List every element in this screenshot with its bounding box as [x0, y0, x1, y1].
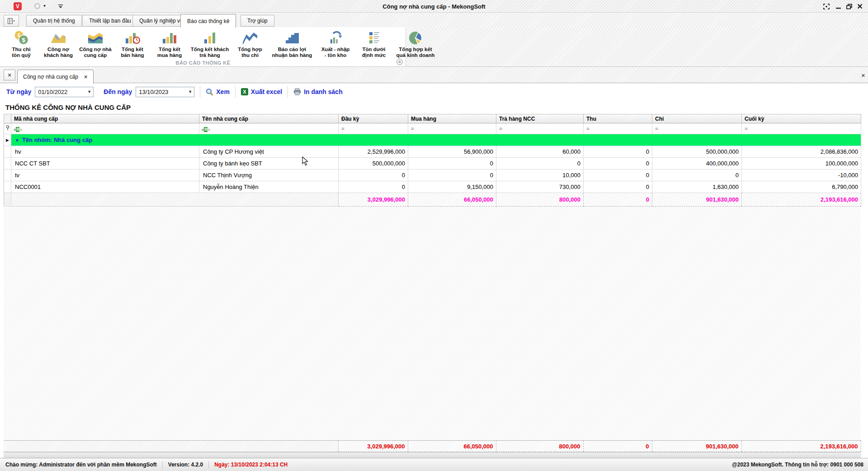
ribbon-button-xuat-nhap-ton-kho[interactable]: Xuất - nhập- tồn kho [316, 28, 355, 59]
row-gutter[interactable] [4, 158, 11, 170]
filter-cell-mua-hang[interactable]: = [408, 123, 496, 134]
cell-cuoi-ky[interactable]: -10,000 [742, 170, 861, 181]
cell-ma-ncc[interactable]: NCC CT SBT [11, 158, 199, 170]
ribbon-collapse-button[interactable]: « [396, 59, 403, 65]
row-gutter[interactable] [4, 181, 11, 193]
bars3-icon [202, 30, 218, 46]
status-version: Version: 4.2.0 [168, 462, 203, 468]
ribbon-button-tong-ket-khach-tra-hang[interactable]: Tổng kết kháchtrả hàng [188, 28, 231, 59]
table-row[interactable]: NCC CT SBT Công ty bánh kẹo SBT 500,000,… [4, 158, 861, 170]
filter-cell-tra-hang[interactable]: = [496, 123, 584, 134]
ribbon-button-thu-chi-ton-quy[interactable]: € $ Thu chitồn quỹ [3, 28, 40, 59]
ribbon-button-ket-qua-kinh-doanh[interactable]: Tổng hợp kếtquả kinh doanh [392, 28, 439, 59]
cell-tra-hang[interactable]: 0 [496, 158, 584, 170]
cell-chi[interactable]: 500,000,000 [652, 146, 742, 158]
minimize-button[interactable] [834, 2, 843, 10]
table-row[interactable]: tv NCC Thịnh Vượng 0 0 10,000 0 0 -10,00… [4, 170, 861, 181]
ribbon-button-tong-ket-ban-hang[interactable]: Tổng kếtbán hàng [114, 28, 151, 59]
chevron-down-icon[interactable]: ▼ [186, 89, 194, 94]
ribbon-button-tong-hop-thu-chi[interactable]: Tổng hợpthu chi [231, 28, 269, 59]
to-date-input[interactable]: 13/10/2023 ▼ [136, 87, 194, 97]
cell-ten-ncc[interactable]: Nguyễn Hoàng Thiện [199, 181, 339, 193]
cell-thu[interactable]: 0 [584, 181, 652, 193]
close-button[interactable] [855, 2, 864, 10]
abc-filter-icon: aBc [14, 127, 22, 132]
doc-tab-cong-no-nha-cung-cap[interactable]: Công nợ nhà cung cấp ✕ [17, 70, 94, 84]
col-header-thu[interactable]: Thu [584, 114, 652, 123]
tab-thiet-lap-ban-dau[interactable]: Thiết lập ban đầu [82, 15, 138, 27]
close-all-tabs-button[interactable]: ✕ [4, 70, 15, 80]
cell-chi[interactable]: 400,000,000 [652, 158, 742, 170]
ribbon-button-ton-duoi-dinh-muc[interactable]: Tồn dướiđịnh mức [355, 28, 392, 59]
close-document-button[interactable]: ✕ [861, 71, 865, 79]
chevron-down-icon[interactable]: ▼ [85, 89, 93, 94]
cell-tra-hang[interactable]: 10,000 [496, 170, 584, 181]
view-button[interactable]: Xem [206, 88, 230, 96]
cell-ten-ncc[interactable]: NCC Thịnh Vượng [199, 170, 339, 181]
cell-chi[interactable]: 0 [652, 170, 742, 181]
row-gutter[interactable] [4, 146, 11, 158]
cell-cuoi-ky[interactable]: 6,790,000 [742, 181, 861, 193]
cell-ma-ncc[interactable]: NCC0001 [11, 181, 199, 193]
group-row[interactable]: ▶ ▼Tên nhóm: Nhà cung cấp [4, 134, 861, 146]
ribbon-button-cong-no-khach-hang[interactable]: Công nợkhách hàng [40, 28, 77, 59]
filter-cell-dau-ky[interactable]: = [339, 123, 408, 134]
tab-bao-cao-thong-ke[interactable]: Báo cáo thống kê [180, 14, 236, 28]
table-row[interactable]: hv Công ty CP Hương việt 2,529,996,000 5… [4, 146, 861, 158]
cell-tra-hang[interactable]: 60,000 [496, 146, 584, 158]
cell-ma-ncc[interactable]: tv [11, 170, 199, 181]
cell-ten-ncc[interactable]: Công ty CP Hương việt [199, 146, 339, 158]
cell-thu[interactable]: 0 [584, 158, 652, 170]
tab-quan-tri-he-thong[interactable]: Quản trị hệ thống [26, 15, 82, 27]
col-header-mua-hang[interactable]: Mua hàng [408, 114, 496, 123]
from-date-input[interactable]: 01/10/2022 ▼ [35, 87, 94, 97]
tab-tro-giup[interactable]: Trợ giúp [241, 15, 274, 27]
col-header-ma-ncc[interactable]: Mã nhà cung cấp [11, 114, 199, 123]
search-icon [206, 88, 213, 96]
cell-dau-ky[interactable]: 0 [339, 170, 408, 181]
col-header-tra-hang-ncc[interactable]: Trả hàng NCC [496, 114, 584, 123]
cell-tra-hang[interactable]: 730,000 [496, 181, 584, 193]
cell-thu[interactable]: 0 [584, 146, 652, 158]
horizontal-scrollbar[interactable] [4, 452, 861, 458]
filter-cell-thu[interactable]: = [584, 123, 652, 134]
col-header-ten-ncc[interactable]: Tên nhà cung cấp [199, 114, 339, 123]
ribbon-button-tong-ket-mua-hang[interactable]: Tổng kếtmua hàng [151, 28, 188, 59]
cell-mua-hang[interactable]: 9,150,000 [408, 181, 496, 193]
status-bar: Chào mừng: Administrator đến với phần mề… [0, 458, 868, 471]
cell-ten-ncc[interactable]: Công ty bánh kẹo SBT [199, 158, 339, 170]
close-icon: ✕ [861, 73, 865, 78]
restore-button[interactable] [844, 2, 854, 10]
filter-cell-ma-ncc[interactable]: aBc [11, 123, 199, 134]
cell-mua-hang[interactable]: 0 [408, 170, 496, 181]
grand-total-mua-hang: 66,050,000 [408, 441, 496, 452]
cell-cuoi-ky[interactable]: 100,000,000 [742, 158, 861, 170]
group-row-cell[interactable]: ▼Tên nhóm: Nhà cung cấp [11, 134, 861, 146]
collapse-group-icon[interactable]: ▼ [15, 138, 19, 143]
col-header-dau-ky[interactable]: Đầu kỳ [339, 114, 408, 123]
cell-cuoi-ky[interactable]: 2,086,836,000 [742, 146, 861, 158]
filter-cell-ten-ncc[interactable]: aBc [199, 123, 339, 134]
col-header-chi[interactable]: Chi [652, 114, 742, 123]
menu-grid-button[interactable] [4, 15, 19, 27]
cell-ma-ncc[interactable]: hv [11, 146, 199, 158]
cell-mua-hang[interactable]: 56,900,000 [408, 146, 496, 158]
area-chart-icon [50, 30, 66, 46]
col-header-cuoi-ky[interactable]: Cuối kỳ [742, 114, 861, 123]
cell-dau-ky[interactable]: 2,529,996,000 [339, 146, 408, 158]
close-tab-icon[interactable]: ✕ [84, 74, 88, 80]
filter-cell-cuoi-ky[interactable]: = [742, 123, 861, 134]
cell-dau-ky[interactable]: 0 [339, 181, 408, 193]
cell-thu[interactable]: 0 [584, 170, 652, 181]
print-list-button[interactable]: In danh sách [293, 88, 343, 95]
ribbon-button-cong-no-nha-cung-cap[interactable]: Công nợ nhàcung cấp [77, 28, 114, 59]
ribbon-button-bao-cao-loi-nhuan[interactable]: Báo cáo lợinhuận bán hàng [269, 28, 316, 59]
filter-cell-chi[interactable]: = [652, 123, 742, 134]
fit-screen-button[interactable] [822, 2, 831, 10]
cell-dau-ky[interactable]: 500,000,000 [339, 158, 408, 170]
table-row[interactable]: NCC0001 Nguyễn Hoàng Thiện 0 9,150,000 7… [4, 181, 861, 193]
export-excel-button[interactable]: X Xuất excel [241, 88, 282, 95]
cell-chi[interactable]: 1,630,000 [652, 181, 742, 193]
row-gutter[interactable] [4, 170, 11, 181]
cell-mua-hang[interactable]: 0 [408, 158, 496, 170]
